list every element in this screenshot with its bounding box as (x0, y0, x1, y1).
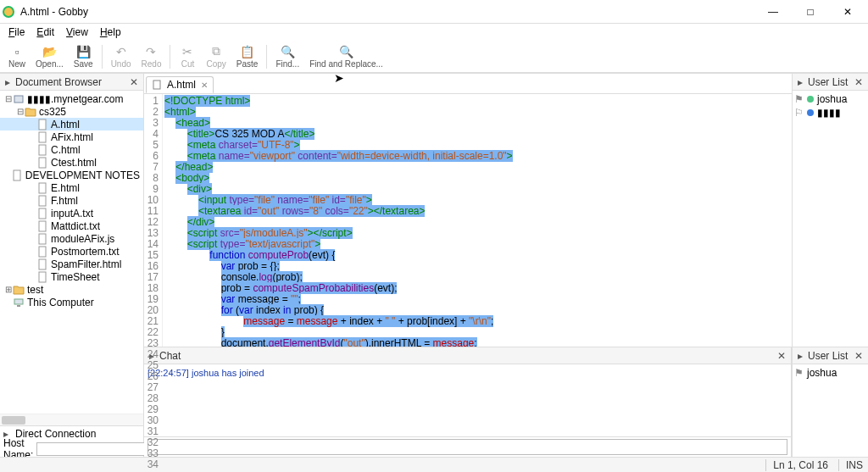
tree-node[interactable]: A.html (0, 118, 143, 130)
user-badge-icon: ⚑ (794, 367, 804, 379)
chat-input-row (144, 436, 791, 457)
tree-label: cs325 (39, 106, 66, 118)
toolbar-label: Open... (36, 59, 64, 69)
code-area[interactable]: <!DOCTYPE html><html> <head> <title>CS 3… (163, 94, 792, 347)
close-button[interactable]: ✕ (829, 0, 866, 24)
toolbar-label: Find... (275, 59, 299, 69)
tree-node[interactable]: F.html (0, 194, 143, 207)
tab-bar: A.html ✕ (144, 74, 792, 94)
user-list-header-top: ▸ User List ✕ (793, 74, 868, 91)
menu-edit[interactable]: Edit (31, 25, 59, 40)
tree-label: test (27, 284, 43, 296)
line-gutter: 1234567891011121314151617181920212223242… (144, 94, 163, 347)
panel-close-icon[interactable]: ✕ (853, 350, 865, 362)
toolbar-paste-button[interactable]: 📋Paste (231, 43, 264, 70)
toolbar-save-button[interactable]: 💾Save (69, 43, 98, 70)
user-row[interactable]: ⚑joshua (794, 92, 866, 106)
panel-close-icon[interactable]: ✕ (128, 76, 140, 88)
maximize-button[interactable]: □ (792, 0, 829, 24)
folder-icon (25, 106, 36, 118)
toolbar-replace-button[interactable]: 🔍Find and Replace... (304, 43, 388, 70)
tree-node[interactable]: E.html (0, 181, 143, 194)
toolbar-cut-button: ✂Cut (174, 43, 201, 70)
document-browser-header: ▸ Document Browser ✕ (0, 74, 143, 91)
status-mode: INS (838, 459, 863, 471)
replace-icon: 🔍 (340, 45, 353, 58)
file-icon (11, 169, 23, 181)
toolbar-find-button[interactable]: 🔍Find... (270, 43, 304, 70)
svg-rect-2 (39, 119, 46, 130)
toolbar-label: Cut (181, 59, 195, 69)
tree-node[interactable]: DEVELOPMENT NOTES (0, 169, 143, 181)
toolbar-label: Redo (142, 59, 162, 69)
hostname-input[interactable] (36, 442, 159, 456)
svg-rect-12 (39, 247, 46, 257)
file-tree[interactable]: ⊟▮▮▮▮.mynetgear.com⊟cs325A.htmlAFix.html… (0, 91, 143, 414)
editor[interactable]: 1234567891011121314151617181920212223242… (144, 94, 792, 347)
save-icon: 💾 (76, 45, 90, 58)
chat-input[interactable] (147, 439, 787, 455)
tab-a-html[interactable]: A.html ✕ (146, 76, 214, 93)
panel-close-icon[interactable]: ✕ (853, 76, 865, 88)
collapse-icon[interactable]: ▸ (796, 350, 804, 362)
tree-node[interactable]: Mattdict.txt (0, 219, 143, 232)
toolbar-undo-button: ↶Undo (106, 43, 136, 70)
status-position: Ln 1, Col 16 (765, 459, 828, 471)
toolbar-label: Undo (111, 59, 131, 69)
file-icon (36, 144, 48, 156)
user-row[interactable]: ⚑joshua (794, 366, 866, 380)
collapse-icon[interactable]: ▸ (796, 76, 804, 88)
collapse-icon[interactable]: ▸ (3, 76, 12, 88)
tree-node[interactable]: TimeSheet (0, 270, 143, 283)
user-list-title: User List (808, 76, 849, 88)
app-icon (2, 5, 15, 19)
tab-close-icon[interactable]: ✕ (201, 81, 208, 90)
tree-node[interactable]: ⊟cs325 (0, 105, 143, 118)
svg-rect-1 (14, 96, 23, 103)
tree-node[interactable]: inputA.txt (0, 207, 143, 219)
panel-close-icon[interactable]: ✕ (776, 350, 787, 362)
menu-help[interactable]: Help (95, 25, 126, 40)
tree-label: This Computer (27, 297, 94, 308)
tree-node[interactable]: C.html (0, 143, 143, 156)
tree-node[interactable]: ⊟▮▮▮▮.mynetgear.com (0, 92, 143, 105)
tree-label: DEVELOPMENT NOTES (25, 169, 140, 181)
file-icon (36, 208, 48, 219)
user-name: joshua (817, 93, 847, 105)
minimize-button[interactable]: — (754, 0, 792, 24)
cut-icon: ✂ (181, 45, 194, 58)
user-badge-icon: ⚐ (794, 107, 804, 119)
center-pane: A.html ✕ 1234567891011121314151617181920… (144, 74, 868, 457)
tree-node[interactable]: Ctest.html (0, 156, 143, 169)
toolbar-label: Save (74, 59, 93, 69)
tree-node[interactable]: ⊞test (0, 283, 143, 296)
svg-rect-5 (39, 158, 46, 168)
tree-node[interactable]: SpamFilter.html (0, 258, 143, 270)
svg-rect-10 (39, 221, 46, 231)
user-row[interactable]: ⚐▮▮▮▮ (794, 106, 866, 119)
svg-rect-17 (153, 81, 160, 89)
computer-icon (13, 297, 25, 308)
undo-icon: ↶ (114, 45, 128, 58)
horizontal-scrollbar[interactable] (0, 414, 143, 425)
toolbar-open-button[interactable]: 📂Open... (31, 43, 69, 70)
menubar: File Edit View Help (0, 24, 868, 41)
tree-node[interactable]: AFix.html (0, 130, 143, 143)
window-title: A.html - Gobby (20, 6, 754, 18)
tree-node[interactable]: moduleAFix.js (0, 232, 143, 245)
tree-node[interactable]: Postmortem.txt (0, 245, 143, 258)
toolbar-new-button[interactable]: ▫New (3, 43, 31, 70)
menu-file[interactable]: File (3, 25, 30, 40)
tree-node[interactable]: This Computer (0, 296, 143, 308)
toolbar-label: New (8, 59, 25, 69)
file-icon (152, 80, 162, 90)
file-icon (36, 258, 48, 270)
open-icon: 📂 (42, 45, 56, 58)
tree-label: Mattdict.txt (51, 220, 100, 232)
svg-rect-13 (39, 259, 46, 269)
toolbar-label: Copy (206, 59, 225, 69)
user-color-dot (807, 109, 814, 116)
menu-view[interactable]: View (61, 25, 93, 40)
file-icon (36, 131, 48, 143)
chat-title: Chat (159, 350, 772, 362)
